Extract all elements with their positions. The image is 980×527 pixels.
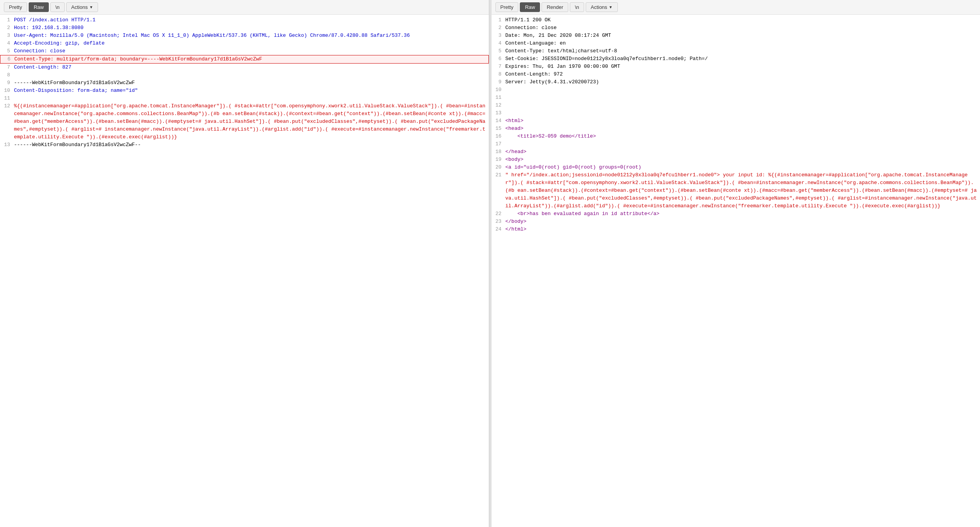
table-row: 23</body> — [492, 218, 980, 226]
table-row: 20<a id="uid=0(root) gid=0(root) groups=… — [492, 164, 980, 171]
table-row: 12 — [492, 102, 980, 109]
table-row: 11 — [0, 95, 489, 102]
table-row: 5Content-Type: text/html;charset=utf-8 — [492, 47, 980, 55]
table-row: 5Connection: close — [0, 47, 489, 55]
line-content: Content-Disposition: form-data; name="id… — [14, 87, 487, 95]
table-row: 2Host: 192.168.1.38:8080 — [0, 24, 489, 32]
line-number: 17 — [493, 140, 505, 148]
line-number: 1 — [2, 16, 14, 24]
line-number: 20 — [493, 164, 505, 171]
line-content: </html> — [505, 226, 979, 233]
table-row: 13 — [492, 109, 980, 117]
left-content-area[interactable]: 1POST /index.action HTTP/1.12Host: 192.1… — [0, 15, 489, 527]
table-row: 6Set-Cookie: JSESSIONID=node01212y8x3loa… — [492, 55, 980, 63]
line-content: HTTP/1.1 200 OK — [505, 16, 979, 24]
table-row: 1HTTP/1.1 200 OK — [492, 16, 980, 24]
table-row: 13------WebKitFormBoundary17d1B1aGsV2wcZ… — [0, 141, 489, 149]
table-row: 24</html> — [492, 226, 980, 233]
line-content: <a id="uid=0(root) gid=0(root) groups=0(… — [505, 164, 979, 171]
line-number: 22 — [493, 210, 505, 218]
line-content: User-Agent: Mozilla/5.0 (Macintosh; Inte… — [14, 32, 487, 40]
table-row: 19<body> — [492, 156, 980, 164]
table-row: 4Content-Language: en — [492, 40, 980, 47]
right-tab-pretty[interactable]: Pretty — [495, 2, 519, 12]
line-number: 18 — [493, 148, 505, 156]
line-number: 9 — [493, 78, 505, 86]
line-number: 23 — [493, 218, 505, 226]
line-content: Content-Type: multipart/form-data; bound… — [14, 55, 487, 63]
line-number: 10 — [493, 86, 505, 94]
table-row: 10 — [492, 86, 980, 94]
line-content: POST /index.action HTTP/1.1 — [14, 16, 487, 24]
line-content: Server: Jetty(9.4.31.v20200723) — [505, 78, 979, 86]
table-row: 8 — [0, 71, 489, 79]
right-actions-label: Actions — [591, 4, 607, 10]
line-content: Expires: Thu, 01 Jan 1970 00:00:00 GMT — [505, 63, 979, 71]
left-actions-button[interactable]: Actions ▼ — [66, 2, 98, 12]
line-number: 1 — [493, 16, 505, 24]
right-tab-render[interactable]: Render — [542, 2, 568, 12]
line-content: </head> — [505, 148, 979, 156]
right-actions-button[interactable]: Actions ▼ — [586, 2, 618, 12]
table-row: 14<html> — [492, 117, 980, 125]
table-row: 2Connection: close — [492, 24, 980, 32]
line-number: 12 — [2, 102, 14, 110]
line-content: </body> — [505, 218, 979, 226]
left-tab-newline[interactable]: \n — [50, 2, 65, 12]
right-toolbar: Pretty Raw Render \n Actions ▼ — [492, 0, 980, 15]
line-number: 3 — [493, 32, 505, 40]
line-content: Content-Length: 827 — [14, 64, 487, 71]
table-row: 17 — [492, 140, 980, 148]
left-tab-raw[interactable]: Raw — [29, 2, 49, 12]
line-number: 16 — [493, 133, 505, 140]
table-row: 22 <br>has ben evaluated again in id att… — [492, 210, 980, 218]
table-row: 15<head> — [492, 125, 980, 133]
table-row: 3Date: Mon, 21 Dec 2020 08:17:24 GMT — [492, 32, 980, 40]
line-number: 2 — [2, 24, 14, 32]
right-chevron-icon: ▼ — [609, 5, 613, 9]
line-number: 2 — [493, 24, 505, 32]
line-content: Content-Length: 972 — [505, 71, 979, 78]
line-content: <head> — [505, 125, 979, 133]
table-row: 4Accept-Encoding: gzip, deflate — [0, 40, 489, 47]
left-tab-pretty[interactable]: Pretty — [4, 2, 27, 12]
panels-container: Pretty Raw \n Actions ▼ 1POST /index.act… — [0, 0, 980, 527]
line-number: 7 — [493, 63, 505, 71]
line-number: 8 — [493, 71, 505, 78]
table-row: 3User-Agent: Mozilla/5.0 (Macintosh; Int… — [0, 32, 489, 40]
line-number: 6 — [2, 55, 14, 63]
line-content: Content-Type: text/html;charset=utf-8 — [505, 47, 979, 55]
table-row: 11 — [492, 94, 980, 102]
line-content: " href="/index.action;jsessionid=node012… — [505, 171, 979, 210]
line-number: 5 — [2, 47, 14, 55]
line-content: ------WebKitFormBoundary17d1B1aGsV2wcZwF… — [14, 141, 487, 149]
line-number: 21 — [493, 171, 505, 179]
left-actions-label: Actions — [71, 4, 88, 10]
line-number: 11 — [493, 94, 505, 102]
table-row: 1POST /index.action HTTP/1.1 — [0, 16, 489, 24]
line-content: Connection: close — [14, 47, 487, 55]
line-number: 19 — [493, 156, 505, 164]
table-row: 21" href="/index.action;jsessionid=node0… — [492, 171, 980, 210]
line-number: 11 — [2, 95, 14, 102]
line-content: Date: Mon, 21 Dec 2020 08:17:24 GMT — [505, 32, 979, 40]
table-row: 10Content-Disposition: form-data; name="… — [0, 87, 489, 95]
table-row: 18</head> — [492, 148, 980, 156]
line-number: 13 — [493, 109, 505, 117]
right-tab-newline[interactable]: \n — [570, 2, 584, 12]
right-content-area[interactable]: 1HTTP/1.1 200 OK2Connection: close3Date:… — [492, 15, 980, 527]
line-number: 9 — [2, 79, 14, 87]
line-number: 10 — [2, 87, 14, 95]
line-content: %{(#instancemanager=#application["org.ap… — [14, 102, 487, 141]
line-content: <html> — [505, 117, 979, 125]
line-number: 8 — [2, 71, 14, 79]
line-content: Accept-Encoding: gzip, deflate — [14, 40, 487, 47]
line-number: 12 — [493, 102, 505, 109]
line-content: ------WebKitFormBoundary17d1B1aGsV2wcZwF — [14, 79, 487, 87]
right-tab-raw[interactable]: Raw — [520, 2, 540, 12]
line-number: 15 — [493, 125, 505, 133]
line-number: 14 — [493, 117, 505, 125]
line-number: 4 — [493, 40, 505, 47]
line-number: 24 — [493, 226, 505, 233]
line-content: Set-Cookie: JSESSIONID=node01212y8x3loa0… — [505, 55, 979, 63]
